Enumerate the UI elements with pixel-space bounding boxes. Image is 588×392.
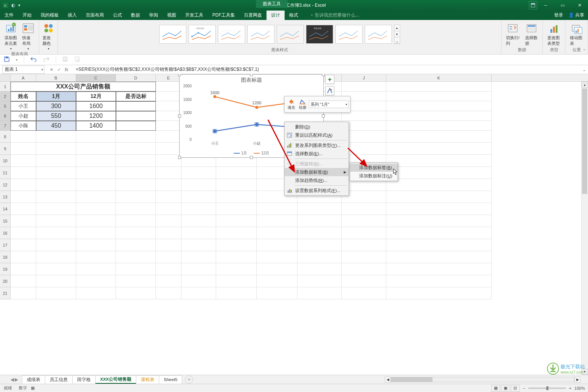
tab-view[interactable]: 视图 xyxy=(163,11,181,20)
header-m1[interactable]: 1月 xyxy=(36,92,76,101)
tab-format[interactable]: 格式 xyxy=(285,11,303,20)
redo-icon[interactable] xyxy=(43,56,50,63)
hscroll-right[interactable]: ▶ xyxy=(574,377,580,383)
collapse-ribbon-icon[interactable]: ⌃ xyxy=(583,49,586,53)
tab-pagelayout[interactable]: 页面布局 xyxy=(81,11,108,20)
chart-style-2[interactable]: 图表标题 xyxy=(189,25,216,44)
chart-style-7[interactable] xyxy=(335,25,363,44)
row-header-1[interactable]: 1 xyxy=(0,82,11,92)
enter-formula-icon[interactable]: ✓ xyxy=(57,67,61,72)
row-header-8[interactable]: 8 xyxy=(0,131,11,143)
page-layout-view-button[interactable]: ▣ xyxy=(501,385,510,392)
page-break-view-button[interactable]: ⊟ xyxy=(511,385,520,392)
worksheet-grid[interactable]: A B C D E F G H I J K 1 XXX公司产品销售额 2 姓名 … xyxy=(0,74,588,375)
ctx-change-type[interactable]: 更改系列图表类型(Y)... xyxy=(285,141,349,149)
chart-resize-handle[interactable] xyxy=(250,156,253,159)
ctx-add-trendline[interactable]: 添加趋势线(R)... xyxy=(285,176,349,185)
submenu-add-callout[interactable]: 添加数据标注(U) xyxy=(350,172,398,180)
ctx-format-series[interactable]: 设置数据系列格式(F)... xyxy=(285,186,349,195)
minimize-button[interactable]: ─ xyxy=(537,0,554,11)
chart-style-8[interactable] xyxy=(365,25,392,44)
tell-me[interactable]: ♀ 告诉我您想要做什么... xyxy=(310,12,359,18)
tab-review[interactable]: 审阅 xyxy=(145,11,163,20)
sheet-nav-next[interactable]: ▶ xyxy=(15,377,18,382)
add-chart-element-button[interactable]: +添加图表元素▾ xyxy=(3,21,18,51)
zoom-slider[interactable] xyxy=(528,387,566,389)
expand-formula-bar[interactable]: ⌄ xyxy=(580,67,588,72)
name-box[interactable]: 图表 1▾ xyxy=(2,66,44,74)
row-header-16[interactable]: 16 xyxy=(0,227,11,239)
sheet-tab[interactable]: 田字格 xyxy=(72,375,96,384)
header-m12[interactable]: 12月 xyxy=(76,92,116,101)
row-header-5[interactable]: 5 xyxy=(0,101,11,111)
close-button[interactable]: ✕ xyxy=(571,0,588,11)
ctx-select-data[interactable]: 选择数据(E)... xyxy=(285,149,349,158)
switch-row-col-button[interactable]: 切换行/列 xyxy=(504,21,521,47)
add-sheet-button[interactable]: + xyxy=(185,375,193,384)
fx-icon[interactable]: fx xyxy=(65,67,68,72)
header-pass[interactable]: 是否达标 xyxy=(116,92,156,101)
cancel-formula-icon[interactable]: ✕ xyxy=(50,67,53,72)
select-all-corner[interactable] xyxy=(0,74,11,81)
chart-resize-handle[interactable] xyxy=(322,114,325,117)
chart-title[interactable]: 图表标题 xyxy=(180,75,323,86)
chart-style-3[interactable] xyxy=(218,25,245,44)
formula-input[interactable]: =SERIES(XXX公司销售额!$C$2,XXX公司销售额!$A$3:$B$7… xyxy=(73,66,580,73)
zoom-in-button[interactable]: + xyxy=(569,386,571,390)
row-header-15[interactable]: 15 xyxy=(0,215,11,227)
row-header-11[interactable]: 11 xyxy=(0,167,11,179)
normal-view-button[interactable]: ▦ xyxy=(491,385,500,392)
sheet-tab[interactable]: Sheet5 xyxy=(159,375,182,384)
col-header-K[interactable]: K xyxy=(386,74,492,81)
change-colors-button[interactable]: 更改颜色▾ xyxy=(41,21,56,51)
tab-file[interactable]: 文件 xyxy=(0,11,18,20)
row-header-14[interactable]: 14 xyxy=(0,203,11,215)
col-header-A[interactable]: A xyxy=(11,74,36,81)
table-title-cell[interactable]: XXX公司产品销售额 xyxy=(11,82,156,92)
col-header-B[interactable]: B xyxy=(36,74,76,81)
change-chart-type-button[interactable]: 更改图表类型 xyxy=(546,21,562,47)
sheet-nav-prev[interactable]: ◀ xyxy=(11,377,14,382)
qat-more-icon[interactable]: ▾ xyxy=(18,3,20,8)
sheet-tab[interactable]: 课程表 xyxy=(136,375,159,384)
status-record-icon[interactable]: ▦ xyxy=(31,386,35,390)
outline-button[interactable]: 轮廓 xyxy=(297,98,308,111)
row-header-10[interactable]: 10 xyxy=(0,155,11,167)
tab-formulas[interactable]: 公式 xyxy=(108,11,126,20)
col-header-C[interactable]: C xyxy=(76,74,116,81)
header-name[interactable]: 姓名 xyxy=(11,92,36,101)
row-header-13[interactable]: 13 xyxy=(0,191,11,203)
ctx-add-data-labels[interactable]: 添加数据标签(B)▶ xyxy=(285,168,349,176)
tab-design[interactable]: 设计 xyxy=(267,11,285,20)
submenu-add-labels[interactable]: 添加数据标签(B) xyxy=(350,163,398,172)
chart-resize-handle[interactable] xyxy=(250,74,253,76)
chart-style-5[interactable] xyxy=(277,25,304,44)
col-header-J[interactable]: J xyxy=(342,74,386,81)
ctx-reset-style[interactable]: 重设以匹配样式(A) xyxy=(285,131,349,139)
scroll-up-button[interactable]: ▴ xyxy=(582,82,588,88)
vertical-scrollbar[interactable]: ▴ ▾ xyxy=(581,82,588,375)
row-header-19[interactable]: 19 xyxy=(0,263,11,275)
move-chart-button[interactable]: 移动图表 xyxy=(568,21,585,47)
quick-layout-button[interactable]: 快速布局▾ xyxy=(21,21,36,51)
zoom-out-button[interactable]: − xyxy=(523,386,525,390)
maximize-button[interactable]: ▭ xyxy=(554,0,571,11)
chart-style-1[interactable] xyxy=(159,25,186,44)
row-header-9[interactable]: 9 xyxy=(0,143,11,155)
row-header-17[interactable]: 17 xyxy=(0,239,11,251)
select-data-button[interactable]: 选择数据 xyxy=(524,21,539,47)
sheet-tab[interactable]: 员工信息 xyxy=(45,375,73,384)
chart-style-4[interactable] xyxy=(247,25,274,44)
print-icon[interactable] xyxy=(62,56,68,63)
login-link[interactable]: 登录 xyxy=(554,12,563,18)
tab-home[interactable]: 开始 xyxy=(18,11,36,20)
sheet-tab[interactable]: 成绩表 xyxy=(22,375,45,384)
chart-styles-button[interactable] xyxy=(325,86,334,95)
col-header-E[interactable]: E xyxy=(156,74,181,81)
row-header-7[interactable]: 7 xyxy=(0,121,11,131)
ribbon-display-options[interactable] xyxy=(529,1,537,9)
hscroll-left[interactable]: ◀ xyxy=(385,377,391,383)
share-button[interactable]: 👤 共享 xyxy=(568,12,584,18)
horizontal-scrollbar[interactable]: ◀ ▶ xyxy=(385,377,580,383)
series-selector[interactable]: 系列 "1月"▾ xyxy=(309,101,349,108)
